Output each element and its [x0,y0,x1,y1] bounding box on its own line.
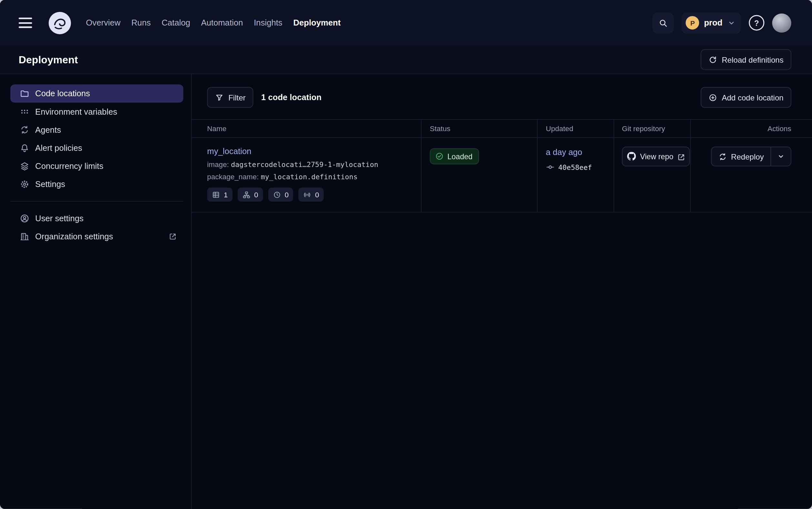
column-header-name: Name [192,120,421,138]
table-header-row: Name Status Updated Git repository Actio… [192,119,812,138]
page-title: Deployment [19,54,78,66]
code-locations-panel: Filter 1 code location Add code location… [192,74,812,509]
view-repo-label: View repo [640,152,673,161]
schedule-count-chip: 0 [268,188,293,202]
reload-definitions-button[interactable]: Reload definitions [701,49,791,70]
plus-circle-icon [708,93,717,102]
dagster-logo-icon[interactable] [48,11,72,35]
sidebar-item-code-locations[interactable]: Code locations [10,84,183,103]
user-avatar[interactable] [772,13,791,32]
schedule-count: 0 [285,191,289,199]
image-line: image: dagstercodelocati…2759-1-mylocati… [207,160,421,169]
deployment-badge: P [686,16,699,30]
add-code-location-button[interactable]: Add code location [701,87,791,108]
package-label: package_name: [207,172,259,181]
redeploy-split-button: Redeploy [711,147,791,166]
sidebar-item-label: User settings [35,214,83,223]
github-icon [627,152,636,161]
external-link-icon [677,153,685,161]
sidebar-item-organization-settings[interactable]: Organization settings [10,227,183,245]
sidebar-item-agents[interactable]: Agents [10,121,183,139]
nav-item-catalog[interactable]: Catalog [162,18,190,28]
job-count: 0 [254,191,259,199]
redeploy-button[interactable]: Redeploy [711,147,771,166]
job-graph-icon [243,191,251,199]
redeploy-refresh-icon [718,152,727,161]
sidebar-item-label: Agents [35,125,61,135]
folder-icon [20,89,29,98]
filter-button[interactable]: Filter [207,87,253,108]
sidebar-item-label: Code locations [35,89,90,98]
actions-cell: Redeploy [691,138,812,212]
nav-item-runs[interactable]: Runs [131,18,151,28]
column-header-git-repository: Git repository [614,120,691,138]
updated-cell: a day ago 40e58eef [538,138,614,212]
dagster-deployment-page: Overview Runs Catalog Automation Insight… [0,0,812,509]
deployment-switcher[interactable]: P prod [681,12,741,34]
sidebar-item-label: Concurrency limits [35,162,103,171]
check-circle-icon [435,152,444,161]
sidebar-item-label: Alert policies [35,143,82,153]
variables-icon [20,107,29,116]
commit-hash: 40e58eef [558,163,592,171]
image-label: image: [207,160,229,169]
sidebar-divider [10,201,183,202]
asset-count: 1 [224,191,228,199]
navbar-right-cluster: P prod ? [653,12,791,34]
package-value: my_location.definitions [261,172,358,181]
name-cell: my_location image: dagstercodelocati…275… [192,138,421,212]
nav-item-automation[interactable]: Automation [201,18,243,28]
nav-item-overview[interactable]: Overview [86,18,120,28]
bell-icon [20,143,29,153]
primary-nav: Overview Runs Catalog Automation Insight… [86,18,340,28]
building-icon [20,232,29,241]
sensor-signal-icon [303,191,311,199]
status-cell: Loaded [421,138,538,212]
sidebar-item-concurrency-limits[interactable]: Concurrency limits [10,157,183,175]
user-icon [20,213,29,223]
deployment-name: prod [704,18,722,28]
sidebar-item-user-settings[interactable]: User settings [10,209,183,227]
redeploy-menu-button[interactable] [771,147,791,166]
column-header-status: Status [421,120,538,138]
status-badge: Loaded [430,148,479,164]
help-button[interactable]: ? [749,15,764,31]
chevron-down-icon [727,19,736,27]
table-row: my_location image: dagstercodelocati…275… [192,138,812,212]
view-repo-button[interactable]: View repo [622,147,690,166]
top-navbar: Overview Runs Catalog Automation Insight… [0,0,812,45]
sidebar-item-environment-variables[interactable]: Environment variables [10,103,183,121]
sidebar-item-label: Settings [35,179,65,189]
commit-icon [546,163,554,171]
toolbar: Filter 1 code location Add code location [207,87,791,108]
git-repository-cell: View repo [614,138,691,212]
search-icon [658,18,668,28]
reload-icon [708,55,717,64]
search-button[interactable] [653,12,674,34]
updated-link[interactable]: a day ago [546,147,582,157]
layers-icon [20,161,29,171]
image-value: dagstercodelocati…2759-1-mylocation [231,160,378,169]
nav-item-deployment[interactable]: Deployment [293,18,341,28]
job-count-chip: 0 [237,188,263,202]
reload-definitions-label: Reload definitions [722,55,783,64]
package-line: package_name: my_location.definitions [207,172,421,181]
sidebar-item-label: Environment variables [35,107,117,116]
code-location-count: 1 code location [261,93,322,102]
filter-label: Filter [228,93,246,102]
nav-item-insights[interactable]: Insights [254,18,282,28]
sidebar-item-settings[interactable]: Settings [10,175,183,193]
code-location-link[interactable]: my_location [207,147,251,156]
gear-icon [20,179,29,189]
page-header: Deployment Reload definitions [0,45,812,74]
sidebar-item-alert-policies[interactable]: Alert policies [10,139,183,157]
schedule-clock-icon [273,191,281,199]
sidebar-item-label: Organization settings [35,232,113,241]
settings-sidebar: Code locations Environment variables Age… [0,74,192,509]
commit-line: 40e58eef [546,163,614,171]
asset-table-icon [212,191,220,199]
menu-icon[interactable] [19,18,32,28]
column-header-actions: Actions [691,120,812,138]
column-header-updated: Updated [538,120,614,138]
filter-icon [215,93,224,102]
